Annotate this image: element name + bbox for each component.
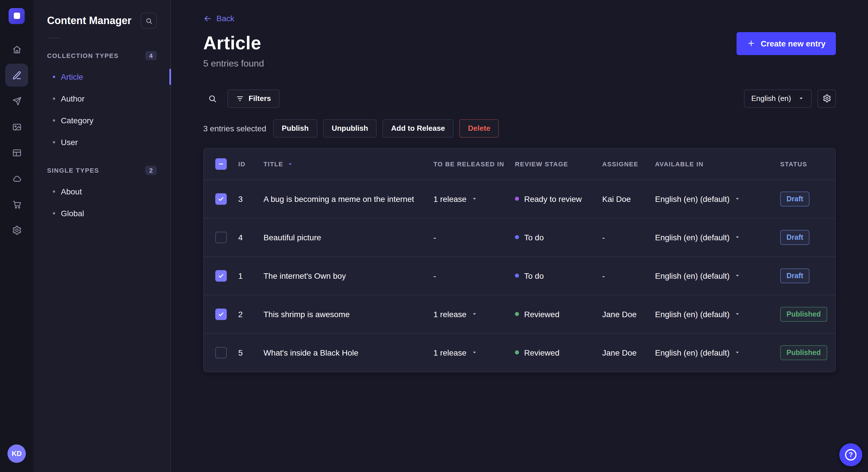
sidebar-item-author[interactable]: Author [33, 88, 170, 109]
create-entry-label: Create new entry [761, 39, 826, 48]
content-type-builder-icon [12, 148, 22, 158]
bullet-icon [53, 119, 55, 122]
nav-media-library-button[interactable] [5, 115, 28, 138]
entry-title-text: This shrimp is awesome [264, 309, 350, 318]
toolbar-right: English (en) [744, 89, 836, 107]
view-settings-button[interactable] [817, 89, 836, 107]
sidebar-item-about[interactable]: About [33, 181, 170, 202]
column-header-to-be-released-in[interactable]: TO BE RELEASED IN [433, 160, 515, 167]
sidebar-item-label: User [61, 138, 78, 147]
column-label: ASSIGNEE [602, 160, 639, 167]
entry-title: Beautiful picture [264, 233, 433, 242]
column-label: TITLE [264, 160, 283, 167]
select-all-checkbox[interactable] [215, 158, 227, 169]
sidebar-section-label: COLLECTION TYPES [47, 52, 119, 59]
row-checkbox[interactable] [215, 270, 227, 281]
locale-select[interactable]: English (en) [744, 89, 812, 107]
entry-title: What's inside a Black Hole [264, 348, 433, 357]
column-header-id[interactable]: ID [238, 160, 264, 167]
row-checkbox[interactable] [215, 193, 227, 204]
review-stage-label: To do [524, 233, 544, 242]
release-count: - [433, 271, 436, 280]
sidebar-sections: COLLECTION TYPES4ArticleAuthorCategoryUs… [33, 51, 170, 224]
entry-title: The internet's Own boy [264, 271, 433, 280]
sidebar-item-article[interactable]: Article [33, 66, 170, 88]
locale-cell[interactable]: English (en) (default) [655, 348, 780, 357]
nav-marketplace-button[interactable] [5, 193, 28, 216]
delete-button[interactable]: Delete [459, 119, 499, 137]
column-header-assignee[interactable]: ASSIGNEE [602, 160, 655, 167]
media-library-icon [12, 122, 22, 132]
page-header: Article Create new entry [203, 32, 836, 55]
nav-settings-button[interactable] [5, 218, 28, 241]
table-row[interactable]: 2This shrimp is awesome1 releaseReviewed… [204, 295, 835, 333]
bullet-icon [53, 98, 55, 100]
releases-icon [12, 96, 22, 106]
nav-home-button[interactable] [5, 38, 28, 61]
sidebar-section-header: COLLECTION TYPES4 [33, 51, 170, 60]
content-manager-sidebar: Content Manager COLLECTION TYPES4Article… [33, 0, 171, 472]
entry-id: 3 [238, 194, 264, 203]
back-label: Back [216, 14, 234, 23]
review-stage-cell: Ready to review [515, 194, 602, 203]
user-avatar[interactable]: KD [7, 444, 26, 463]
nav-cloud-button[interactable] [5, 167, 28, 190]
table-row[interactable]: 1The internet's Own boy-To do-English (e… [204, 256, 835, 295]
sidebar-title: Content Manager [47, 14, 131, 27]
sidebar-section-count-badge: 2 [145, 166, 157, 175]
release-cell: - [433, 271, 515, 280]
locale-cell[interactable]: English (en) (default) [655, 233, 780, 242]
locale-cell[interactable]: English (en) (default) [655, 271, 780, 280]
sidebar-item-category[interactable]: Category [33, 109, 170, 131]
locale-label: English (en) (default) [655, 309, 730, 318]
status-cell: Draft [780, 230, 835, 245]
table-header: IDTITLETO BE RELEASED INREVIEW STAGEASSI… [204, 148, 835, 179]
row-checkbox[interactable] [215, 231, 227, 243]
status-badge: Published [780, 307, 827, 322]
help-button[interactable]: ? [839, 443, 862, 466]
filters-button[interactable]: Filters [227, 89, 280, 107]
row-checkbox[interactable] [215, 347, 227, 358]
nav-content-type-builder-button[interactable] [5, 141, 28, 164]
sidebar-header: Content Manager [33, 12, 170, 29]
table-row[interactable]: 3A bug is becoming a meme on the interne… [204, 179, 835, 217]
search-icon [208, 94, 217, 103]
caret-down-icon [471, 196, 477, 202]
search-button[interactable] [203, 89, 222, 107]
locale-cell[interactable]: English (en) (default) [655, 309, 780, 318]
stage-dot-icon [515, 312, 519, 316]
column-label: AVAILABLE IN [655, 160, 704, 167]
table-row[interactable]: 4Beautiful picture-To do-English (en) (d… [204, 217, 835, 256]
column-header-status[interactable]: STATUS [780, 160, 835, 167]
release-cell[interactable]: 1 release [433, 348, 515, 357]
column-header-available-in[interactable]: AVAILABLE IN [655, 160, 780, 167]
release-count: 1 release [433, 309, 466, 318]
nav-releases-button[interactable] [5, 90, 28, 112]
release-cell[interactable]: 1 release [433, 309, 515, 318]
entry-id: 1 [238, 271, 264, 280]
strapi-logo[interactable] [9, 8, 25, 24]
status-cell: Draft [780, 268, 835, 283]
bullet-icon [53, 141, 55, 143]
sidebar-search-button[interactable] [141, 12, 157, 29]
table-row[interactable]: 5What's inside a Black Hole1 releaseRevi… [204, 333, 835, 371]
locale-cell[interactable]: English (en) (default) [655, 194, 780, 203]
filter-icon [236, 94, 244, 102]
column-header-review-stage[interactable]: REVIEW STAGE [515, 160, 602, 167]
caret-down-icon [471, 311, 477, 317]
sidebar-item-global[interactable]: Global [33, 202, 170, 224]
check-icon [218, 310, 224, 317]
unpublish-button[interactable]: Unpublish [323, 119, 377, 137]
add-to-release-button[interactable]: Add to Release [382, 119, 454, 137]
publish-button[interactable]: Publish [273, 119, 317, 137]
nav-content-manager-button[interactable] [5, 64, 28, 87]
back-link[interactable]: Back [203, 14, 234, 23]
row-checkbox-cell [204, 193, 238, 204]
create-entry-button[interactable]: Create new entry [737, 32, 836, 55]
release-cell[interactable]: 1 release [433, 194, 515, 203]
row-checkbox[interactable] [215, 308, 227, 320]
sidebar-item-label: Category [61, 116, 94, 125]
sidebar-item-user[interactable]: User [33, 131, 170, 153]
status-badge: Draft [780, 191, 809, 206]
column-header-title[interactable]: TITLE [264, 160, 433, 167]
